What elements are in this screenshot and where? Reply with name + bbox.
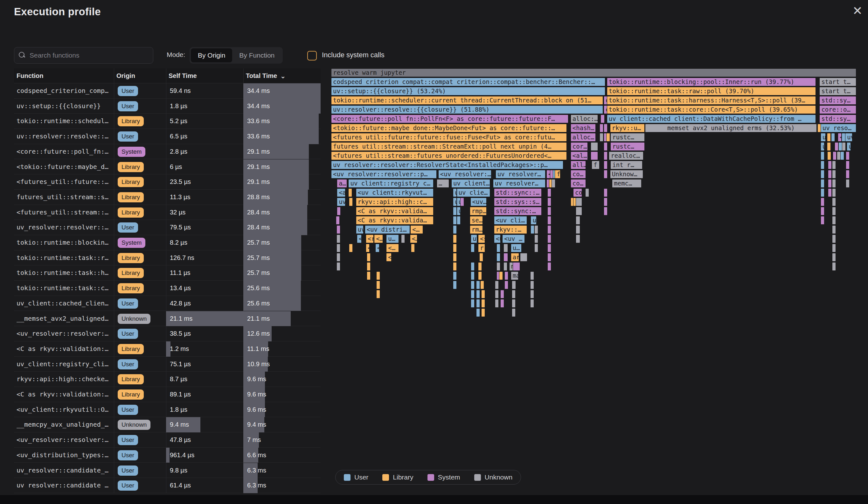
- flame-frame[interactable]: [832, 188, 836, 197]
- flame-frame[interactable]: <al…: [571, 152, 588, 160]
- flame-frame[interactable]: [832, 262, 836, 271]
- table-row[interactable]: <futures_util::stream::…Library32 µs28.4…: [14, 205, 321, 220]
- flame-frame[interactable]: uv: [847, 142, 851, 151]
- flame-frame[interactable]: [453, 244, 457, 252]
- flame-frame[interactable]: [453, 216, 457, 225]
- flame-frame[interactable]: [478, 262, 482, 271]
- flame-frame[interactable]: Unknow…: [610, 170, 643, 178]
- table-row[interactable]: rkyv::api::high::checke…Library8.7 µs9.6…: [14, 372, 321, 387]
- table-row[interactable]: uv_client::registry_cli…User75.1 µs10.9 …: [14, 357, 321, 372]
- flame-frame[interactable]: [591, 142, 598, 151]
- flame-frame[interactable]: <uv …: [502, 235, 525, 243]
- flame-frame[interactable]: <…: [410, 235, 417, 243]
- flame-frame[interactable]: [604, 142, 608, 151]
- flame-frame[interactable]: [376, 281, 380, 289]
- table-row[interactable]: <tokio::future::maybe_d…Library6 µs29.1 …: [14, 160, 321, 175]
- flame-frame[interactable]: <: [838, 133, 841, 142]
- flame-frame[interactable]: co: [573, 188, 582, 197]
- flame-frame[interactable]: [820, 152, 824, 160]
- flame-frame[interactable]: rkyv::api::high::c…: [356, 198, 434, 206]
- flame-frame[interactable]: [411, 244, 415, 252]
- flame-frame[interactable]: all…: [571, 161, 586, 169]
- flame-frame[interactable]: f: [592, 161, 600, 169]
- table-row[interactable]: <C as rkyv::validation:…Library89.1 µs9.…: [14, 387, 321, 402]
- search-input[interactable]: [30, 52, 148, 59]
- flame-frame[interactable]: <core::future::poll fn::PollFn<F> as cor…: [331, 114, 568, 123]
- flame-frame[interactable]: [835, 142, 838, 151]
- flame-frame[interactable]: cor…: [571, 142, 588, 151]
- flame-frame[interactable]: <a: [337, 188, 345, 197]
- table-row[interactable]: __memset_avx2_unaligned…Unknown21.1 ms21…: [14, 311, 321, 327]
- table-row[interactable]: uv_resolver::resolver::…User79.5 µs28.4 …: [14, 220, 321, 235]
- flame-frame[interactable]: …: [437, 179, 450, 188]
- table-row[interactable]: futures_util::stream::s…Library11.3 µs28…: [14, 189, 321, 205]
- flame-frame[interactable]: [499, 271, 503, 280]
- flame-frame[interactable]: rkyv::u…: [610, 124, 645, 132]
- flame-frame[interactable]: [480, 281, 484, 289]
- flame-frame[interactable]: [840, 152, 844, 160]
- flame-frame[interactable]: [337, 207, 341, 215]
- flame-frame[interactable]: <: [546, 170, 550, 178]
- flame-frame[interactable]: [604, 188, 608, 197]
- flame-frame[interactable]: u: [453, 198, 457, 206]
- flame-frame[interactable]: [460, 198, 464, 206]
- flame-frame[interactable]: <: [386, 253, 392, 261]
- flame-frame[interactable]: <C as rkyv::valida…: [356, 216, 434, 225]
- table-row[interactable]: uv resolver::candidate …User61.4 µs6.3 m…: [14, 478, 321, 493]
- flame-frame[interactable]: [471, 299, 475, 308]
- table-row[interactable]: tokio::runtime::task::h…Library11.1 µs25…: [14, 265, 321, 281]
- flame-frame[interactable]: [453, 235, 457, 243]
- flame-frame[interactable]: [547, 235, 551, 243]
- flame-frame[interactable]: std::sys::s…: [494, 198, 542, 206]
- flame-frame[interactable]: [453, 262, 457, 271]
- flame-frame[interactable]: [837, 152, 841, 160]
- table-row[interactable]: __memcpy_avx_unaligned_…Unknown9.4 ms9.4…: [14, 417, 321, 432]
- table-row[interactable]: <uv_resolver::resolver:…User38.5 µs12.6 …: [14, 326, 321, 341]
- flame-frame[interactable]: uv resolver::resolver::ResolverState<Ins…: [331, 161, 563, 169]
- flame-frame[interactable]: <uv client::rkyvut…: [356, 188, 434, 197]
- flame-frame[interactable]: [481, 299, 485, 308]
- flame-frame[interactable]: [453, 225, 457, 234]
- flame-frame[interactable]: rr: [478, 244, 485, 252]
- flame-frame[interactable]: [604, 124, 608, 132]
- flame-frame[interactable]: [547, 244, 551, 252]
- flame-frame[interactable]: [846, 179, 849, 188]
- flame-frame[interactable]: [828, 188, 832, 197]
- flame-frame[interactable]: core::o…: [819, 105, 856, 114]
- flame-frame[interactable]: [585, 188, 589, 197]
- table-row[interactable]: <uv_client::rkyvutil::O…User1.8 µs9.6 ms: [14, 402, 321, 418]
- flame-frame[interactable]: [512, 308, 516, 317]
- flame-frame[interactable]: m: [509, 262, 513, 271]
- flame-frame[interactable]: uv::setup::{{closure}} (53.24%): [331, 87, 605, 95]
- flame-frame[interactable]: <uv cli…: [494, 216, 527, 225]
- flame-frame[interactable]: uv resolver…: [493, 179, 546, 188]
- flame-frame[interactable]: tokio::runtime::task::raw::poll (39.70%): [607, 87, 816, 95]
- flame-frame[interactable]: uv: [845, 133, 852, 142]
- flame-frame[interactable]: [600, 124, 603, 132]
- flame-frame[interactable]: uv: [820, 133, 826, 142]
- flame-frame[interactable]: [520, 253, 527, 261]
- flame-frame[interactable]: [547, 198, 551, 206]
- flame-frame[interactable]: [832, 216, 836, 225]
- flame-frame[interactable]: uv resolver…: [496, 170, 546, 178]
- col-self-time[interactable]: Self Time: [166, 69, 243, 83]
- flame-frame[interactable]: [500, 299, 504, 308]
- table-row[interactable]: uv_client::cached_clien…User42.8 µs25.6 …: [14, 296, 321, 311]
- flame-frame[interactable]: u…: [386, 235, 399, 243]
- flame-frame[interactable]: u…: [511, 244, 522, 252]
- flame-frame[interactable]: co…: [571, 179, 586, 188]
- flame-frame[interactable]: [576, 216, 580, 225]
- table-row[interactable]: tokio::runtime::task::r…Library126.7 ns2…: [14, 250, 321, 266]
- flame-frame[interactable]: [841, 133, 845, 142]
- flame-frame[interactable]: [476, 290, 480, 298]
- flame-frame[interactable]: [820, 161, 824, 169]
- flame-frame[interactable]: [495, 299, 499, 308]
- flame-frame[interactable]: alloc:…: [571, 114, 598, 123]
- table-row[interactable]: <futures_util::future::…Library23.5 µs29…: [14, 174, 321, 189]
- flame-frame[interactable]: [846, 170, 849, 178]
- flame-frame[interactable]: fu: [555, 170, 560, 178]
- table-row[interactable]: tokio::runtime::blockin…System8.2 µs25.7…: [14, 235, 321, 250]
- flame-frame[interactable]: [591, 152, 598, 160]
- flame-frame[interactable]: [476, 308, 480, 317]
- table-row[interactable]: <core::future::poll_fn:…System2.8 µs29.1…: [14, 144, 321, 160]
